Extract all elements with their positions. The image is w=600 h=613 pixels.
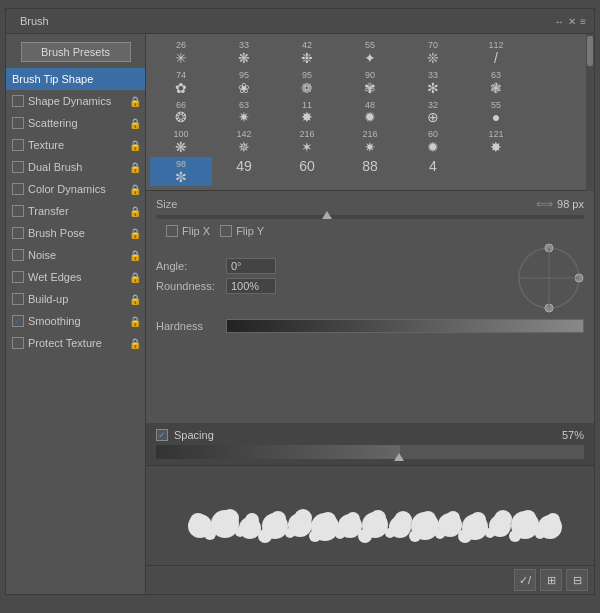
brush-cell-1[interactable]: 33❋ — [213, 38, 275, 67]
sidebar-item-noise[interactable]: Noise 🔒 — [6, 244, 145, 266]
brush-cell-10[interactable]: 90✾ — [339, 68, 401, 97]
sidebar-item-brush-tip-shape[interactable]: Brush Tip Shape — [6, 68, 145, 90]
flip-y-item[interactable]: Flip Y — [220, 225, 264, 237]
brush-cell-13[interactable] — [528, 68, 590, 97]
checkbox-color-dynamics[interactable] — [12, 183, 24, 195]
brush-cell-12[interactable]: 63❃ — [465, 68, 527, 97]
checkbox-texture[interactable] — [12, 139, 24, 151]
brush-cell-27[interactable] — [528, 127, 590, 156]
brush-presets-button[interactable]: Brush Presets — [21, 42, 131, 62]
brush-cell-32[interactable]: 4 — [402, 157, 464, 186]
sidebar-item-texture[interactable]: Texture 🔒 — [6, 134, 145, 156]
brush-cell-3[interactable]: 55✦ — [339, 38, 401, 67]
close-icon[interactable]: ✕ — [568, 16, 576, 27]
spacing-checkbox[interactable]: ✓ — [156, 429, 168, 441]
sidebar-item-brush-pose[interactable]: Brush Pose 🔒 — [6, 222, 145, 244]
roundness-input[interactable]: 100% — [226, 278, 276, 294]
collapse-icon[interactable]: ↔ — [554, 16, 564, 27]
checkbox-dual-brush[interactable] — [12, 161, 24, 173]
brush-cell-9[interactable]: 95❁ — [276, 68, 338, 97]
lock-icon-texture: 🔒 — [129, 140, 141, 151]
brush-cell-26[interactable]: 121✸ — [465, 127, 527, 156]
checkbox-scattering[interactable] — [12, 117, 24, 129]
size-slider[interactable] — [156, 215, 584, 219]
checkbox-noise[interactable] — [12, 249, 24, 261]
lock-icon-wet-edges: 🔒 — [129, 272, 141, 283]
brush-cell-16[interactable]: 11✸ — [276, 98, 338, 127]
brush-cell-28[interactable]: 98✼ — [150, 157, 212, 186]
hardness-slider[interactable] — [226, 319, 584, 333]
brush-cell-22[interactable]: 142✵ — [213, 127, 275, 156]
brush-cell-19[interactable]: 55● — [465, 98, 527, 127]
brush-cell-20[interactable] — [528, 98, 590, 127]
spacing-slider-thumb[interactable] — [394, 453, 404, 461]
svg-point-38 — [235, 527, 245, 537]
brush-cell-18[interactable]: 32⊕ — [402, 98, 464, 127]
sidebar-item-dual-brush[interactable]: Dual Brush 🔒 — [6, 156, 145, 178]
spacing-slider[interactable] — [156, 445, 584, 459]
checkbox-brush-pose[interactable] — [12, 227, 24, 239]
checkbox-build-up[interactable] — [12, 293, 24, 305]
brush-icon-31: 88 — [362, 159, 378, 173]
brush-cell-4[interactable]: 70❊ — [402, 38, 464, 67]
flip-x-checkbox[interactable] — [166, 225, 178, 237]
svg-point-26 — [420, 511, 436, 527]
size-slider-thumb[interactable] — [322, 211, 332, 219]
panel-title[interactable]: Brush — [14, 13, 55, 29]
brush-cell-15[interactable]: 63✷ — [213, 98, 275, 127]
brush-icon-22: ✵ — [238, 140, 250, 154]
brush-size-7: 74 — [176, 70, 186, 81]
angle-circle-widget[interactable] — [514, 243, 584, 313]
brush-cell-0[interactable]: 26✳ — [150, 38, 212, 67]
new-brush-set-button[interactable]: ⊞ — [540, 569, 562, 591]
brush-cell-31[interactable]: 88 — [339, 157, 401, 186]
brush-cell-7[interactable]: 74✿ — [150, 68, 212, 97]
flip-y-checkbox[interactable] — [220, 225, 232, 237]
sidebar-item-protect-texture[interactable]: Protect Texture 🔒 — [6, 332, 145, 354]
checkbox-transfer[interactable] — [12, 205, 24, 217]
angle-input[interactable]: 0° — [226, 258, 276, 274]
flip-x-item[interactable]: Flip X — [166, 225, 210, 237]
sidebar-item-color-dynamics[interactable]: Color Dynamics 🔒 — [6, 178, 145, 200]
brush-cell-11[interactable]: 33✻ — [402, 68, 464, 97]
brush-cell-6[interactable] — [528, 38, 590, 67]
sidebar-item-transfer[interactable]: Transfer 🔒 — [6, 200, 145, 222]
roundness-row: Roundness: 100% — [156, 278, 504, 294]
checkbox-wet-edges[interactable] — [12, 271, 24, 283]
brush-icon-5: / — [494, 51, 498, 65]
brush-cell-25[interactable]: 60✹ — [402, 127, 464, 156]
brush-cell-21[interactable]: 100❋ — [150, 127, 212, 156]
scrollbar[interactable] — [586, 34, 594, 191]
menu-icon[interactable]: ≡ — [580, 16, 586, 27]
brush-icon-30: 60 — [299, 159, 315, 173]
delete-brush-button[interactable]: ⊟ — [566, 569, 588, 591]
brush-cell-29[interactable]: 49 — [213, 157, 275, 186]
brush-cell-33[interactable] — [465, 157, 527, 186]
create-new-brush-button[interactable]: ✓/ — [514, 569, 536, 591]
brush-cell-5[interactable]: 112/ — [465, 38, 527, 67]
brush-cell-8[interactable]: 95❀ — [213, 68, 275, 97]
brush-cell-24[interactable]: 216✷ — [339, 127, 401, 156]
brush-cell-2[interactable]: 42❉ — [276, 38, 338, 67]
sidebar-label-shape-dynamics: Shape Dynamics — [28, 95, 129, 107]
sidebar-item-shape-dynamics[interactable]: Shape Dynamics 🔒 — [6, 90, 145, 112]
svg-point-14 — [270, 511, 286, 527]
brush-cell-17[interactable]: 48✹ — [339, 98, 401, 127]
checkbox-shape-dynamics[interactable] — [12, 95, 24, 107]
spacing-header: ✓ Spacing 57% — [156, 429, 584, 441]
sidebar-item-wet-edges[interactable]: Wet Edges 🔒 — [6, 266, 145, 288]
svg-point-20 — [346, 512, 360, 526]
lock-icon-dual-brush: 🔒 — [129, 162, 141, 173]
brush-size-11: 33 — [428, 70, 438, 81]
sidebar-item-scattering[interactable]: Scattering 🔒 — [6, 112, 145, 134]
brush-cell-14[interactable]: 66❂ — [150, 98, 212, 127]
sidebar-item-build-up[interactable]: Build-up 🔒 — [6, 288, 145, 310]
brush-cell-30[interactable]: 60 — [276, 157, 338, 186]
sidebar-item-smoothing[interactable]: ✓ Smoothing 🔒 — [6, 310, 145, 332]
brush-cell-23[interactable]: 216✶ — [276, 127, 338, 156]
scrollbar-thumb[interactable] — [587, 36, 593, 66]
panel-controls: ↔ ✕ ≡ — [554, 16, 586, 27]
checkbox-protect-texture[interactable] — [12, 337, 24, 349]
angle-section: Angle: 0° Roundness: 100% — [156, 243, 584, 313]
checkbox-smoothing[interactable]: ✓ — [12, 315, 24, 327]
